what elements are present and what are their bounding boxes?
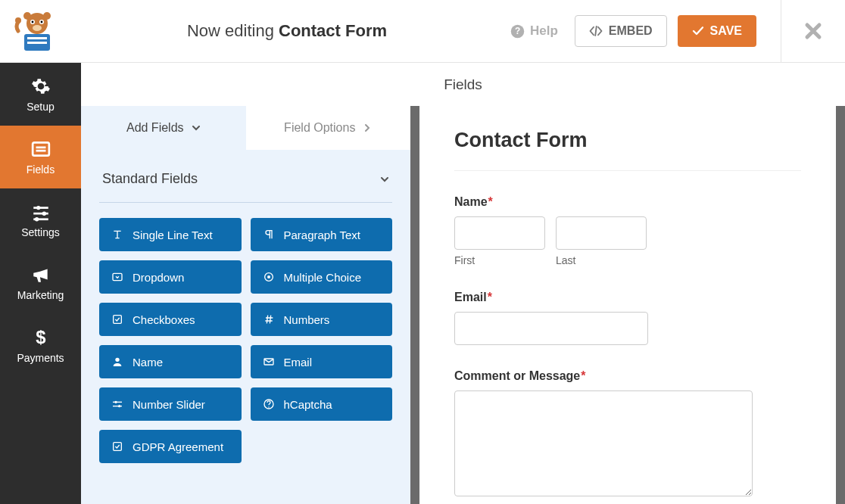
field-name-preview[interactable]: Name* First Last [454, 195, 801, 266]
svg-point-36 [268, 406, 269, 407]
editing-form-name: Contact Form [279, 21, 387, 40]
field-email[interactable]: Email [251, 345, 393, 378]
field-name[interactable]: Name [99, 345, 242, 378]
field-hcaptcha[interactable]: hCaptcha [251, 387, 393, 421]
svg-point-4 [41, 21, 43, 23]
dropdown-icon [111, 271, 123, 283]
sidebar-item-payments[interactable]: $ Payments [0, 314, 81, 377]
save-button[interactable]: SAVE [678, 15, 756, 47]
topbar: Now editing Contact Form ? Help EMBED SA… [0, 0, 845, 63]
field-single-line-text[interactable]: Single Line Text [99, 218, 242, 251]
field-dropdown[interactable]: Dropdown [99, 260, 242, 294]
last-sublabel: Last [556, 254, 647, 266]
svg-text:?: ? [515, 26, 520, 36]
svg-rect-15 [33, 142, 49, 155]
chevron-down-icon [380, 175, 389, 184]
field-paragraph-text[interactable]: Paragraph Text [251, 218, 393, 251]
check-icon [111, 313, 123, 325]
user-icon [111, 356, 123, 368]
comment-textarea[interactable] [454, 390, 753, 496]
svg-rect-28 [114, 316, 122, 324]
field-label: Name [133, 356, 163, 369]
svg-rect-25 [113, 273, 122, 280]
required-mark: * [581, 369, 585, 382]
help-link[interactable]: ? Help [510, 23, 558, 39]
fields-panel: Add Fields Field Options Standard Fields [81, 106, 419, 504]
question-icon [263, 398, 275, 410]
panel-tabs: Add Fields Field Options [81, 106, 410, 150]
panel-header-label: Fields [444, 76, 482, 93]
svg-text:$: $ [36, 328, 45, 347]
field-numbers[interactable]: Numbers [251, 303, 393, 336]
name-label: Name* [454, 195, 801, 209]
field-email-preview[interactable]: Email* [454, 291, 801, 345]
svg-point-34 [118, 405, 120, 407]
save-label: SAVE [710, 24, 742, 38]
chevron-down-icon [192, 123, 201, 132]
email-label: Email* [454, 291, 801, 304]
tab-field-options[interactable]: Field Options [246, 106, 411, 150]
embed-button[interactable]: EMBED [575, 15, 667, 47]
section-title: Standard Fields [102, 171, 198, 187]
field-number-slider[interactable]: Number Slider [99, 387, 242, 421]
topbar-divider [781, 0, 781, 63]
topbar-actions: ? Help EMBED SAVE [510, 0, 827, 63]
gear-icon [31, 76, 51, 96]
tab-label: Add Fields [126, 121, 184, 135]
help-label: Help [530, 23, 558, 39]
svg-point-7 [43, 12, 51, 20]
close-button[interactable] [800, 22, 827, 40]
text-icon [111, 229, 123, 241]
email-input[interactable] [454, 312, 648, 345]
sidebar-item-label: Fields [27, 163, 55, 176]
field-multiple-choice[interactable]: Multiple Choice [251, 260, 393, 294]
app-logo [11, 8, 64, 54]
bullhorn-icon [31, 265, 51, 285]
radio-icon [263, 271, 275, 283]
field-type-grid: Single Line Text Paragraph Text Dropdown [99, 218, 392, 463]
required-mark: * [488, 195, 493, 208]
close-icon [804, 22, 822, 40]
comment-label: Comment or Message* [454, 369, 801, 383]
first-name-input[interactable] [454, 216, 545, 250]
svg-point-23 [34, 217, 38, 221]
svg-point-27 [267, 275, 270, 278]
editing-title: Now editing Contact Form [64, 21, 510, 41]
field-gdpr[interactable]: GDPR Agreement [99, 430, 242, 463]
slider-icon [111, 398, 123, 410]
field-label: Multiple Choice [284, 271, 362, 284]
sidebar-item-label: Payments [17, 352, 64, 364]
panel-header: Fields [81, 63, 845, 106]
field-label: Single Line Text [133, 229, 213, 241]
field-label: hCaptcha [284, 398, 332, 411]
hash-icon [263, 313, 275, 325]
editing-prefix: Now editing [187, 21, 279, 40]
svg-point-3 [32, 21, 34, 23]
field-label: Email [284, 356, 313, 369]
sliders-icon [31, 202, 51, 222]
section-standard-fields[interactable]: Standard Fields [99, 150, 392, 203]
last-name-input[interactable] [556, 216, 647, 250]
sidebar-item-settings[interactable]: Settings [0, 188, 81, 251]
sidebar-item-fields[interactable]: Fields [0, 126, 81, 188]
form-icon [31, 139, 51, 159]
embed-label: EMBED [609, 24, 653, 38]
sidebar: Setup Fields Settings Marketing $ Paymen… [0, 63, 81, 504]
svg-rect-37 [114, 443, 122, 451]
dollar-icon: $ [31, 328, 51, 347]
svg-line-14 [595, 26, 597, 36]
sidebar-item-marketing[interactable]: Marketing [0, 251, 81, 314]
svg-rect-10 [27, 42, 47, 44]
first-sublabel: First [454, 254, 545, 266]
svg-point-11 [15, 17, 21, 23]
envelope-icon [263, 356, 275, 368]
field-comment-preview[interactable]: Comment or Message* [454, 369, 801, 499]
svg-rect-9 [27, 37, 47, 39]
svg-point-29 [115, 358, 119, 362]
svg-point-21 [42, 211, 45, 215]
tab-add-fields[interactable]: Add Fields [81, 106, 246, 150]
field-checkboxes[interactable]: Checkboxes [99, 303, 242, 336]
sidebar-item-setup[interactable]: Setup [0, 63, 81, 126]
field-label: Dropdown [133, 271, 184, 284]
chevron-right-icon [363, 123, 372, 132]
